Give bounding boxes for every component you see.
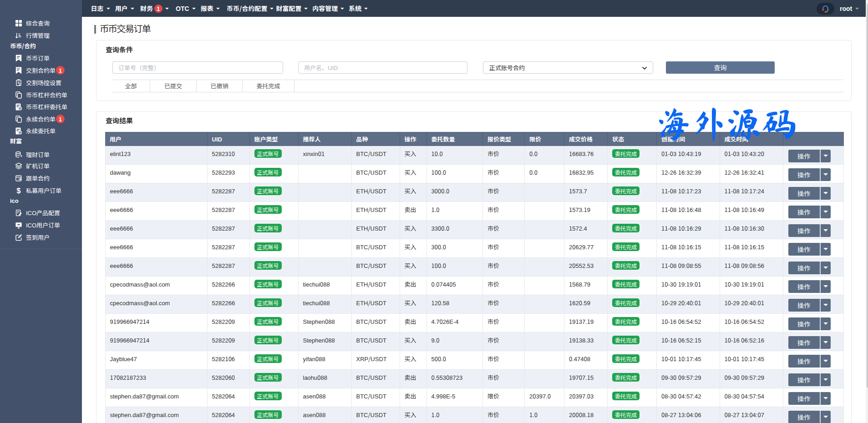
svg-text:$: $ xyxy=(17,187,21,194)
